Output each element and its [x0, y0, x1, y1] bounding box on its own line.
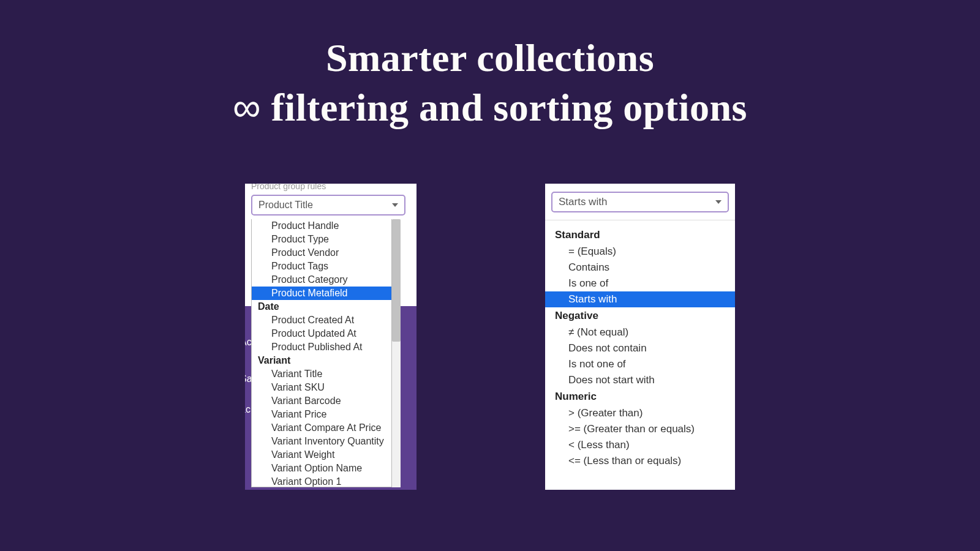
field-select[interactable]: Product Title	[251, 195, 405, 216]
list-group-header: Negative	[545, 307, 735, 324]
list-group-header: Standard	[545, 227, 735, 244]
list-item[interactable]: Does not start with	[545, 372, 735, 388]
list-item[interactable]: Product Category	[252, 273, 391, 287]
list-group-header: Date	[252, 300, 391, 313]
field-options-listbox[interactable]: Product HandleProduct TypeProduct Vendor…	[251, 219, 392, 487]
chevron-down-icon	[715, 200, 722, 204]
list-item[interactable]: > (Greater than)	[545, 405, 735, 421]
list-item[interactable]: >= (Greater than or equals)	[545, 421, 735, 437]
list-item-highlighted[interactable]: Starts with	[545, 291, 735, 307]
list-item[interactable]: < (Less than)	[545, 437, 735, 453]
operator-select-value: Starts with	[559, 196, 607, 208]
list-item[interactable]: Variant Weight	[252, 448, 391, 462]
list-group-header: Variant	[252, 354, 391, 367]
list-item[interactable]: <= (Less than or equals)	[545, 453, 735, 469]
field-select-value: Product Title	[258, 200, 313, 211]
chevron-down-icon	[392, 203, 398, 207]
list-item[interactable]: Variant Barcode	[252, 394, 391, 408]
operator-dropdown-panel: Starts with Standard= (Equals)ContainsIs…	[545, 184, 735, 490]
scrollbar-thumb[interactable]	[392, 219, 401, 342]
list-item[interactable]: Variant Option Name	[252, 462, 391, 475]
field-dropdown-panel: Product group rules Ac Sa ac Product Tit…	[245, 184, 417, 490]
peek-text-ac2: ac	[245, 404, 251, 415]
list-item[interactable]: Is one of	[545, 276, 735, 291]
list-item[interactable]: Variant Title	[252, 367, 391, 381]
hero-heading: Smarter collections ∞ filtering and sort…	[0, 0, 980, 132]
list-item[interactable]: Product Handle	[252, 219, 391, 233]
scrollbar-track[interactable]	[392, 219, 401, 487]
section-header-cutoff: Product group rules	[251, 184, 326, 191]
hero-line2-text: filtering and sorting options	[261, 86, 747, 129]
list-item[interactable]: Product Vendor	[252, 246, 391, 260]
list-item[interactable]: Variant SKU	[252, 381, 391, 394]
list-item[interactable]: Is not one of	[545, 356, 735, 372]
list-item[interactable]: Does not contain	[545, 340, 735, 356]
operator-options-listbox[interactable]: Standard= (Equals)ContainsIs one ofStart…	[545, 220, 735, 474]
operator-select[interactable]: Starts with	[551, 192, 729, 212]
list-item[interactable]: = (Equals)	[545, 244, 735, 260]
list-item[interactable]: Product Type	[252, 233, 391, 246]
list-item[interactable]: Variant Inventory Quantity	[252, 435, 391, 448]
hero-line2: ∞ filtering and sorting options	[0, 83, 980, 132]
infinity-icon: ∞	[233, 85, 261, 129]
list-item[interactable]: Product Created At	[252, 313, 391, 327]
list-item[interactable]: Product Updated At	[252, 327, 391, 340]
list-group-header: Numeric	[545, 388, 735, 405]
list-item[interactable]: Product Tags	[252, 260, 391, 273]
list-item[interactable]: Contains	[545, 260, 735, 276]
list-item[interactable]: ≠ (Not equal)	[545, 324, 735, 340]
list-item[interactable]: Variant Option 1	[252, 475, 391, 487]
hero-line1: Smarter collections	[0, 34, 980, 83]
list-item[interactable]: Product Published At	[252, 340, 391, 354]
list-item[interactable]: Variant Price	[252, 408, 391, 421]
list-item[interactable]: Variant Compare At Price	[252, 421, 391, 435]
list-item-highlighted[interactable]: Product Metafield	[252, 287, 391, 300]
